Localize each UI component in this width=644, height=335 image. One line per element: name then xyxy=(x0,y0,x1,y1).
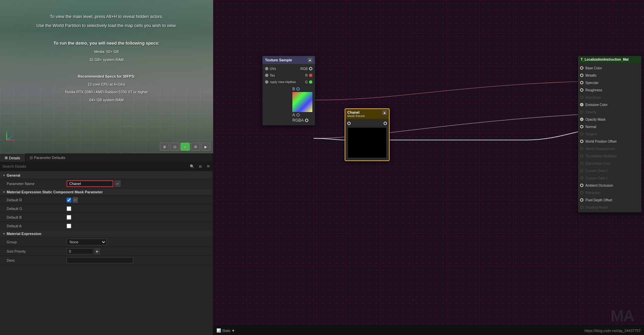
pin-metallic-circle[interactable] xyxy=(580,74,583,77)
pin-shading-label: Shading Model xyxy=(585,206,608,209)
pin-pdo-circle[interactable] xyxy=(580,198,583,202)
stats-button[interactable]: 📊 Stats ▼ xyxy=(216,328,235,333)
label-group: Group xyxy=(7,240,67,244)
toolbar-btn-4[interactable]: ⚙ xyxy=(191,143,200,151)
pin-refraction-circle[interactable] xyxy=(580,191,583,194)
default-r-mini-btn[interactable]: ↩ xyxy=(73,197,78,203)
pin-custom1-circle[interactable] xyxy=(580,176,583,180)
default-a-checkbox[interactable] xyxy=(67,224,71,228)
toolbar-btn-2[interactable]: ⊡ xyxy=(170,143,179,151)
pin-tex-circle[interactable] xyxy=(265,74,268,77)
chanel-pins-row xyxy=(345,120,389,126)
pin-specular-circle[interactable] xyxy=(580,81,583,84)
pin-metallic-label: Metallic xyxy=(585,74,597,77)
group-select[interactable]: None xyxy=(67,239,107,245)
pin-normal-label: Normal xyxy=(585,125,596,129)
node-editor[interactable]: Texture Sample ▲ UVs RGB xyxy=(213,0,644,335)
row-default-a: Default A xyxy=(0,222,213,230)
pin-anisotropy-circle[interactable] xyxy=(580,96,583,99)
toolbar-btn-1[interactable]: ⊞ xyxy=(160,143,169,151)
pin-wd-circle[interactable] xyxy=(580,147,583,150)
section-material-expression[interactable]: ▼ Material Expression xyxy=(0,230,213,237)
pin-base-color-circle[interactable] xyxy=(580,66,583,70)
pin-g-circle[interactable] xyxy=(309,80,312,84)
details-icon: ⊞ xyxy=(5,156,8,160)
stats-label: Stats xyxy=(222,329,230,333)
pin-uvs-circle[interactable] xyxy=(265,67,268,70)
pin-opacity-mask-circle[interactable] xyxy=(580,118,583,121)
desc-input[interactable] xyxy=(67,257,133,263)
mat-pin-anisotropy: Anisotropy xyxy=(578,94,641,101)
mat-pin-custom0: Custom Data 0 xyxy=(578,167,641,174)
label-default-a: Default A xyxy=(7,224,67,228)
row-parameter-name: Parameter Name ↩ xyxy=(0,179,213,189)
toolbar-btn-5[interactable]: ▶ xyxy=(201,143,210,151)
svg-text:X: X xyxy=(14,139,16,142)
pin-roughness-label: Roughness xyxy=(585,88,602,92)
toolbar-btn-3[interactable]: ✓ xyxy=(180,143,190,151)
eye-icon[interactable]: 👁 xyxy=(205,163,211,170)
section-mask-param[interactable]: ▼ Material Expression Static Component M… xyxy=(0,189,213,196)
viewport-area[interactable]: To view the main level, press Alt+H to r… xyxy=(0,0,213,153)
details-content: ▼ General Parameter Name ↩ ▼ Material Ex… xyxy=(0,171,213,335)
pin-wd-label: World Displacement xyxy=(585,147,615,151)
pin-emissive-circle[interactable] xyxy=(580,103,583,106)
pin-a-label: A xyxy=(292,113,295,117)
chanel-pin-left[interactable] xyxy=(347,122,351,125)
tab-parameter-defaults[interactable]: ⊡ Parameter Defaults xyxy=(25,153,70,162)
pin-r-circle[interactable] xyxy=(309,74,312,77)
pin-tex: Tex R xyxy=(262,72,315,79)
sort-priority-spin[interactable]: ▶ xyxy=(95,248,100,254)
svg-text:Z: Z xyxy=(11,135,13,138)
tab-details[interactable]: ⊞ Details xyxy=(0,153,25,162)
axis-indicator: X Y Z xyxy=(5,130,18,143)
texture-thumbnail xyxy=(292,92,312,112)
row-default-g: Default G xyxy=(0,204,213,213)
pin-rgba-circle[interactable] xyxy=(305,119,308,122)
chanel-node[interactable]: Chanel Mask Param ▲ xyxy=(345,108,390,161)
mat-pin-emissive: Emissive Color xyxy=(578,101,641,108)
pin-ao-circle[interactable] xyxy=(580,184,583,187)
chanel-collapse-btn[interactable]: ▲ xyxy=(382,110,387,115)
pin-tangent-circle[interactable] xyxy=(580,132,583,136)
sort-priority-input[interactable] xyxy=(67,248,93,254)
label-default-r: Default R xyxy=(7,198,67,202)
mat-pin-metallic: Metallic xyxy=(578,72,641,79)
pin-subsurface-circle[interactable] xyxy=(580,162,583,165)
pin-opacity-circle[interactable] xyxy=(580,110,583,114)
parameter-name-input[interactable] xyxy=(67,180,113,187)
pin-a-circle[interactable] xyxy=(296,113,300,117)
chanel-header: Chanel Mask Param ▲ xyxy=(345,109,389,119)
viewport-panel: To view the main level, press Alt+H to r… xyxy=(0,0,213,335)
pin-tex-label: Tex xyxy=(270,74,275,77)
search-input[interactable] xyxy=(1,163,189,169)
default-g-checkbox[interactable] xyxy=(67,206,71,211)
material-node[interactable]: T_LocalizationInstruction_Mat Base Color… xyxy=(578,56,641,212)
pin-wpo-label: World Position Offset xyxy=(585,140,617,143)
default-b-checkbox[interactable] xyxy=(67,215,71,220)
default-r-checkbox[interactable] xyxy=(67,198,71,202)
search-icon[interactable]: 🔍 xyxy=(189,163,195,170)
texture-collapse-btn[interactable]: ▲ xyxy=(308,58,312,62)
pin-shading-circle[interactable] xyxy=(580,206,583,209)
viewport-toolbar: ⊞ ⊡ ✓ ⚙ ▶ xyxy=(160,143,210,151)
value-default-g xyxy=(67,206,210,211)
section-general[interactable]: ▼ General xyxy=(0,172,213,179)
columns-icon[interactable]: ⊞ xyxy=(197,163,203,170)
pin-tess-circle[interactable] xyxy=(580,154,583,158)
row-sort-priority: Sort Priority ▶ xyxy=(0,247,213,256)
pin-b-circle[interactable] xyxy=(296,87,300,91)
pin-rgb-circle[interactable] xyxy=(309,67,312,70)
viewport-overlay: To view the main level, press Alt+H to r… xyxy=(23,13,190,105)
pin-wpo-circle[interactable] xyxy=(580,140,583,143)
parameter-name-reset[interactable]: ↩ xyxy=(115,181,121,187)
collapse-triangle-expr: ▼ xyxy=(3,232,5,235)
pin-normal-circle[interactable] xyxy=(580,125,583,128)
pin-mip-circle[interactable] xyxy=(265,80,268,84)
pin-custom0-circle[interactable] xyxy=(580,169,583,172)
parameter-icon: ⊡ xyxy=(30,156,33,160)
pin-roughness-circle[interactable] xyxy=(580,88,583,92)
chanel-pin-right[interactable] xyxy=(384,122,387,125)
texture-sample-node[interactable]: Texture Sample ▲ UVs RGB xyxy=(262,56,315,125)
pin-uvs: UVs RGB xyxy=(262,65,315,72)
